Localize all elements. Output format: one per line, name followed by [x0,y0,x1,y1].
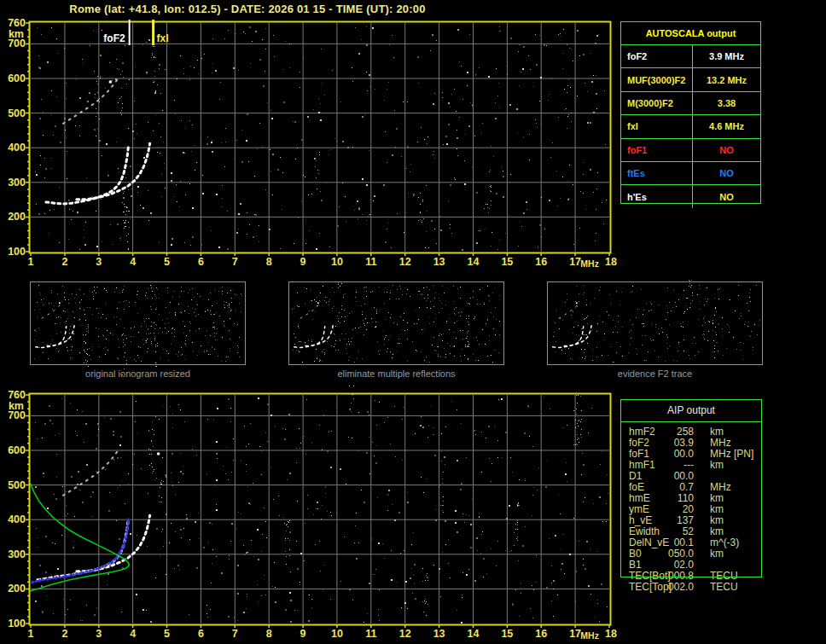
x-tick-label: 15 [501,256,513,268]
x-tick-label: 13 [433,628,445,640]
x-tick-label: 8 [266,628,272,640]
x-axis-unit: MHz [580,630,599,641]
marker-label: fxI [157,32,169,44]
y-tick-label: 760 [8,389,26,401]
aip-value: 002.0 [653,582,694,593]
autoscala-table-rows: foF23.9 MHzMUF(3000)F213.2 MHzM(3000)F23… [621,45,760,208]
trace-strong-echo-dots [157,452,160,455]
y-tick-label: 500 [8,107,26,119]
x-tick-label: 6 [198,256,204,268]
y-tick-label: 300 [8,548,26,560]
thumbnail-caption-original: original ionogram resized [30,368,246,379]
thumbnail-evidence-f2-trace [548,280,763,365]
marker-fxI: fxI [154,20,169,45]
ionogram-plot-bottom: 760700600500400300200100km12345678910111… [8,386,617,641]
y-tick-label: 760 [8,17,26,29]
y-tick-label: 100 [8,246,26,258]
x-tick-label: 16 [535,256,547,268]
ionogram-plot-top: 760700600500400300200100km12345678910111… [8,17,617,269]
x-tick-label: 10 [331,256,343,268]
x-tick-label: 17 [569,628,581,640]
autoscala-output-table: AUTOSCALA output foF23.9 MHzMUF(3000)F21… [620,21,761,204]
x-tick-label: 17 [569,256,581,268]
thumbnail-caption-eliminate: eliminate multiple reflections [288,368,504,379]
x-axis-unit: MHz [580,258,599,269]
page-title: Rome (lat: +41.8, lon: 012.5) - DATE: 20… [0,3,495,15]
y-tick-label: 300 [8,177,26,189]
autoscala-row: h'EsNO [621,185,760,207]
x-tick-label: 16 [535,628,547,640]
y-tick-label: 500 [8,479,26,491]
autoscala-table-title: AUTOSCALA output [621,22,760,45]
x-tick-label: 12 [399,628,411,640]
parameter-label: h'Es [621,185,693,207]
y-axis-unit: km [9,28,24,40]
thumbnail-eliminate-reflections [289,282,504,365]
x-tick-label: 13 [433,256,445,268]
x-tick-label: 4 [130,256,136,268]
x-tick-label: 8 [266,256,272,268]
parameter-value: 3.9 MHz [693,45,760,67]
trace-restored-f2-trace [31,518,131,584]
y-tick-label: 400 [8,513,26,525]
parameter-value: 13.2 MHz [693,68,760,90]
parameter-value: 3.38 [693,92,760,114]
parameter-value: 4.6 MHz [693,115,760,137]
parameter-value: NO [693,162,760,184]
x-tick-label: 5 [164,628,170,640]
trace-second-hop-echo [63,80,117,124]
y-tick-label: 100 [8,618,26,629]
autoscala-row: foF1NO [621,139,760,162]
aip-row: TEC[Top]002.0TECU [620,582,762,593]
x-tick-label: 5 [164,256,170,268]
x-tick-label: 7 [232,256,238,268]
trace-f2-ordinary-trace [46,146,129,204]
parameter-label: ftEs [621,162,693,184]
y-axis-unit: km [9,400,24,412]
parameter-label: MUF(3000)F2 [621,68,693,90]
x-tick-label: 15 [501,628,513,640]
autoscala-row: M(3000)F23.38 [621,92,760,115]
parameter-label: foF1 [621,139,693,161]
trace-second-hop-echo [63,451,120,496]
x-tick-label: 11 [365,628,376,640]
aip-note: [PN] [734,449,753,460]
x-tick-label: 7 [232,628,238,640]
trace-electron-density-profile [31,484,129,590]
marker-foF2: foF2 [103,20,129,45]
x-tick-label: 2 [61,628,67,640]
parameter-label: foF2 [621,45,693,67]
autoscala-row: MUF(3000)F213.2 MHz [621,68,760,91]
x-tick-label: 4 [130,628,136,640]
parameter-value: NO [693,185,760,207]
aip-unit: km [710,460,724,471]
parameter-value: NO [693,139,760,161]
x-tick-label: 6 [198,628,204,640]
autoscala-row: foF23.9 MHz [621,45,760,68]
autoscala-app-window: 760700600500400300200100km12345678910111… [0,0,826,644]
x-tick-label: 3 [96,628,102,640]
aip-table-title: AIP output [620,404,762,416]
parameter-label: fxI [621,115,693,137]
x-tick-label: 3 [96,256,102,268]
x-tick-label: 9 [300,256,306,268]
trace-strong-echo-dots [109,80,113,84]
x-tick-label: 2 [61,256,67,268]
aip-unit: TECU [710,582,738,593]
x-tick-label: 12 [399,256,411,268]
aip-unit: km [710,548,724,560]
x-tick-label: 14 [468,256,480,268]
autoscala-row: ftEsNO [621,162,760,185]
autoscala-row: fxI4.6 MHz [621,115,760,138]
aip-output-table: AIP output hmF2258kmfoF203.9MHzfoF100.0M… [620,399,762,595]
x-tick-label: 11 [365,256,376,268]
x-tick-label: 9 [300,628,306,640]
y-tick-label: 400 [8,142,26,154]
x-tick-label: 18 [605,256,617,268]
y-tick-label: 200 [8,211,26,223]
parameter-label: M(3000)F2 [621,92,693,114]
x-tick-label: 10 [331,628,343,640]
x-tick-label: 1 [28,628,34,640]
thumbnail-original-ionogram [31,282,246,378]
marker-label: foF2 [103,32,125,44]
